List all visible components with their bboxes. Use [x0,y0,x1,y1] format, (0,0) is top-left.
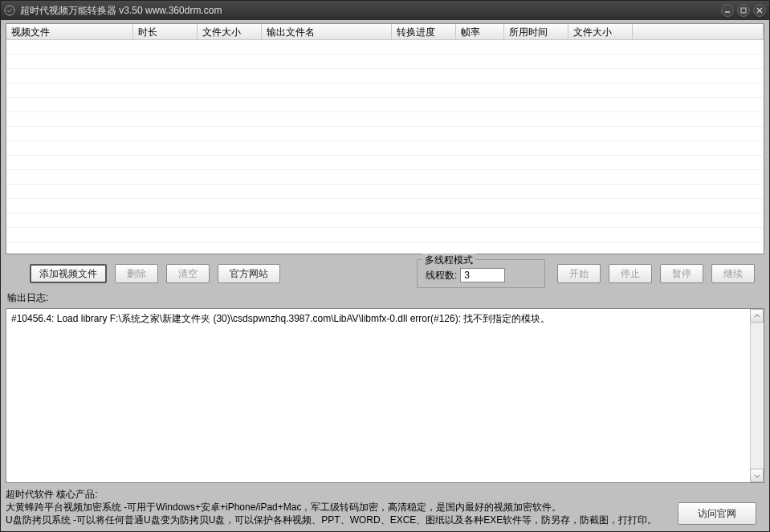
col-duration[interactable]: 时长 [133,24,198,40]
table-row [6,228,764,242]
footer-text: 超时代软件 核心产品: 大黄蜂跨平台视频加密系统 -可用于Windows+安卓+… [6,488,671,526]
app-window: 超时代视频万能转换器 v3.50 www.360drm.com 视频文件 时长 … [0,0,770,532]
table-row [6,170,764,185]
log-label: 输出日志: [6,291,764,305]
app-icon [4,5,15,16]
table-row [6,185,764,199]
log-line: #10456.4: Load library F:\系统之家\新建文件夹 (30… [11,312,759,326]
close-button[interactable] [753,4,766,17]
table-row [6,83,764,98]
add-video-button[interactable]: 添加视频文件 [30,264,107,283]
control-buttons: 开始 停止 暂停 继续 [557,264,755,283]
svg-rect-2 [741,8,746,13]
table-row [6,156,764,170]
footer-line-2: 大黄蜂跨平台视频加密系统 -可用于Windows+安卓+iPhone/iPad+… [6,501,671,514]
col-elapsed[interactable]: 所用时间 [504,24,568,40]
col-progress[interactable]: 转换进度 [392,24,456,40]
table-body[interactable] [6,40,764,254]
official-site-button[interactable]: 官方网站 [218,264,280,283]
window-controls [721,4,766,17]
col-video-file[interactable]: 视频文件 [6,24,133,40]
action-row: 添加视频文件 删除 清空 官方网站 多线程模式 线程数: 开始 停止 暂停 继续 [6,258,764,288]
resume-button[interactable]: 继续 [711,264,755,283]
thread-group: 多线程模式 线程数: [417,259,545,288]
table-row [6,69,764,83]
window-title: 超时代视频万能转换器 v3.50 www.360drm.com [20,4,721,18]
maximize-button[interactable] [737,4,750,17]
col-fps[interactable]: 帧率 [456,24,504,40]
table-row [6,199,764,213]
table-row [6,98,764,112]
scrollbar[interactable] [750,309,764,482]
footer-line-3: U盘防拷贝系统 -可以将任何普通U盘变为防拷贝U盘，可以保护各种视频、PPT、W… [6,514,671,526]
thread-label: 线程数: [426,269,457,282]
minimize-button[interactable] [721,4,734,17]
visit-site-button[interactable]: 访问官网 [678,502,756,525]
col-output-name[interactable]: 输出文件名 [262,24,392,40]
thread-legend: 多线程模式 [422,254,475,267]
footer-line-1: 超时代软件 核心产品: [6,488,671,501]
file-table[interactable]: 视频文件 时长 文件大小 输出文件名 转换进度 帧率 所用时间 文件大小 [6,23,764,254]
log-output[interactable]: #10456.4: Load library F:\系统之家\新建文件夹 (30… [6,308,764,483]
table-row [6,127,764,141]
stop-button[interactable]: 停止 [609,264,652,283]
col-file-size[interactable]: 文件大小 [198,24,262,40]
table-row [6,40,764,55]
table-row [6,55,764,69]
table-header: 视频文件 时长 文件大小 输出文件名 转换进度 帧率 所用时间 文件大小 [6,24,764,40]
start-button[interactable]: 开始 [557,264,601,283]
thread-count-input[interactable] [460,268,505,282]
delete-button[interactable]: 删除 [115,264,158,283]
table-row [6,213,764,228]
titlebar[interactable]: 超时代视频万能转换器 v3.50 www.360drm.com [1,1,769,20]
col-out-size[interactable]: 文件大小 [568,24,633,40]
scroll-up-button[interactable] [750,309,764,323]
pause-button[interactable]: 暂停 [660,264,703,283]
svg-point-0 [5,6,14,15]
scroll-down-button[interactable] [750,469,764,482]
content-area: 视频文件 时长 文件大小 输出文件名 转换进度 帧率 所用时间 文件大小 添加视… [1,20,769,531]
table-row [6,141,764,156]
footer: 超时代软件 核心产品: 大黄蜂跨平台视频加密系统 -可用于Windows+安卓+… [6,486,764,526]
clear-button[interactable]: 清空 [166,264,210,283]
col-spacer[interactable] [633,24,764,40]
table-row [6,112,764,127]
